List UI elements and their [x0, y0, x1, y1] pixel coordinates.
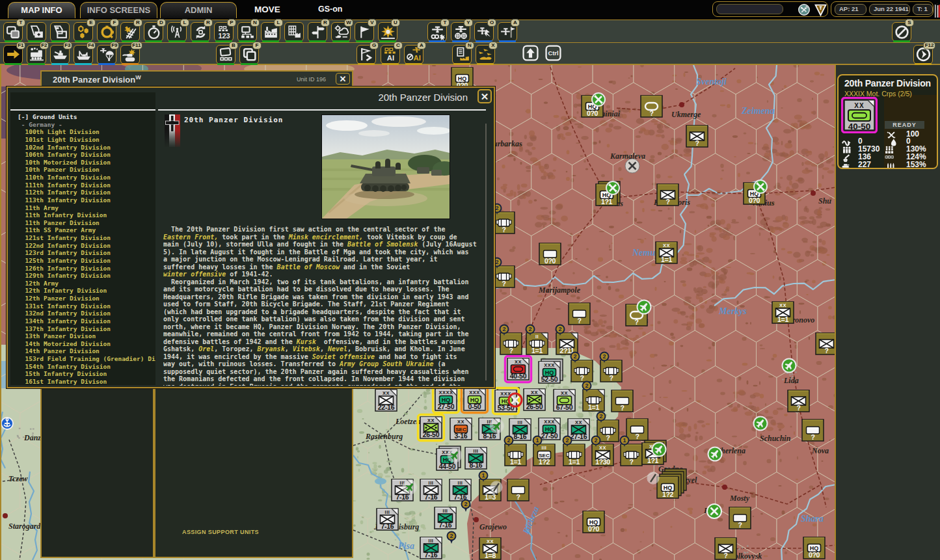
map-unit-counter[interactable]: XXXHQ44-50 — [436, 446, 462, 470]
unit-list-item[interactable]: 13th Panzer Divison — [18, 332, 155, 340]
toolbar-button-planes-ground[interactable]: X — [476, 45, 495, 64]
map-unit-counter[interactable]: XXSEC3-16 — [450, 418, 472, 440]
toolbar-button-shift-key[interactable] — [522, 45, 542, 64]
dialog-close-button[interactable]: ✕ — [477, 89, 492, 103]
toolbar-button-fort-ring[interactable]: F — [97, 22, 116, 42]
map-unit-counter[interactable]: XXXHQ52-50 — [539, 359, 563, 383]
toolbar-button-weather[interactable]: W — [331, 22, 351, 42]
unit-list-item[interactable]: 111th Infantry Division — [18, 181, 155, 189]
unit-list-item[interactable]: 137th Infantry Division — [18, 325, 155, 333]
unit-list-item[interactable]: 10th Panzer Division — [18, 166, 155, 174]
unit-list-item[interactable]: 153rd Field Training (Grenadier) Di — [18, 355, 155, 363]
map-unit-counter[interactable]: ? — [788, 390, 809, 412]
tab-admin[interactable]: ADMIN — [160, 2, 237, 18]
unit-list-item[interactable]: 110th Infantry Division — [18, 174, 155, 181]
toolbar-button-rail-damage[interactable]: R — [120, 22, 140, 42]
ground-units-list[interactable]: [-] Ground Units - Germany - 100th Light… — [18, 113, 155, 386]
toolbar-button-close-window[interactable] — [50, 22, 70, 42]
toolbar-button-air-superiority[interactable]: A — [498, 22, 517, 42]
tab-info-screens[interactable]: INFO SCREENS — [80, 2, 157, 18]
unit-list-item[interactable]: 102nd Infantry Division — [18, 144, 155, 152]
toolbar-button-factory[interactable]: L — [261, 22, 280, 42]
toolbar-button-cargo-ship[interactable]: F4 — [74, 45, 93, 64]
toolbar-button-no-commit[interactable]: S — [892, 22, 911, 42]
unit-list-item[interactable]: 10th Motorized Division — [18, 159, 155, 167]
unit-list-item[interactable]: 106th Infantry Division — [18, 151, 155, 159]
unit-list-item[interactable]: 12th Army — [18, 280, 155, 287]
unit-list-item[interactable]: 131st Infantry Division — [18, 302, 155, 310]
map-unit-counter[interactable]: ? — [611, 390, 633, 412]
toolbar-button-counter-boxes[interactable]: B — [216, 45, 235, 64]
unit-list-item[interactable]: 123rd Infantry Division — [18, 249, 155, 257]
map-unit-counter[interactable]: III7-16 — [420, 479, 442, 501]
toolbar-button-new-window[interactable] — [27, 22, 46, 42]
toolbar-button-air-ai[interactable]: AIA — [404, 45, 423, 64]
map-unit-counter[interactable]: III8-16 — [479, 418, 504, 440]
map-unit-counter[interactable]: ? — [507, 479, 529, 501]
unit-list-item[interactable]: 129th Infantry Division — [18, 272, 155, 280]
tab-map-info[interactable]: MAP INFO — [8, 2, 75, 18]
unit-list-item[interactable]: 101st Light Division — [18, 136, 155, 144]
map-unit-counter[interactable]: III8-16 — [465, 447, 487, 469]
map-unit-counter[interactable]: XX22-16 — [375, 390, 397, 411]
search-input[interactable] — [716, 4, 783, 14]
map-unit-counter[interactable]: ? — [626, 419, 648, 440]
toolbar-button-refresh[interactable]: R — [191, 22, 210, 42]
map-unit-counter[interactable]: XX40-50 — [505, 356, 531, 382]
unit-list-item[interactable]: 126th Infantry Division — [18, 265, 155, 273]
unit-list-item[interactable]: 112th Infantry Division — [18, 189, 155, 196]
toolbar-button-units-ai[interactable]: AIC — [381, 45, 400, 64]
map-unit-counter[interactable]: XX1=1 — [656, 242, 677, 263]
unit-list-item[interactable]: 14th Motorized Division — [18, 340, 155, 348]
assign-support-units-button[interactable]: ASSIGN SUPPORT UNITS — [182, 529, 259, 535]
toolbar-button-air-recon[interactable]: Y — [451, 22, 470, 42]
toolbar-button-end-turn[interactable]: F12 — [913, 45, 933, 64]
toolbar-button-air-intercept[interactable]: O — [474, 22, 494, 42]
toolbar-button-org-chart[interactable]: N — [237, 22, 257, 42]
unit-list-item[interactable]: 132nd Infantry Division — [18, 310, 155, 317]
map-unit-counter[interactable]: III7-16 — [392, 479, 417, 501]
map-unit-counter[interactable]: ? — [729, 507, 751, 529]
unit-detail-close-button[interactable]: ✕ — [336, 73, 350, 85]
toolbar-button-hex-info[interactable]: E — [74, 22, 93, 42]
map-unit-counter[interactable]: XX1?1 — [642, 440, 666, 464]
map-unit-counter[interactable]: XX1=1 — [772, 302, 794, 323]
unit-list-item[interactable]: 15th Infantry Division — [18, 370, 155, 378]
toolbar-button-stack-layers[interactable]: F — [239, 45, 259, 64]
map-unit-counter[interactable]: ? — [657, 184, 678, 206]
toolbar-button-air-strike[interactable]: T — [427, 22, 447, 42]
map-unit-counter[interactable]: ? — [816, 333, 836, 354]
toolbar-button-city-grid[interactable] — [284, 22, 304, 42]
map-unit-counter[interactable]: HQ0?0 — [582, 93, 605, 117]
unit-list-item[interactable]: 134th Infantry Division — [18, 317, 155, 325]
map-unit-counter[interactable]: ? — [802, 420, 824, 441]
map-unit-counter[interactable]: XX67-50 — [554, 390, 575, 411]
unit-list-item[interactable]: 121st Infantry Division — [18, 234, 155, 242]
map-unit-counter[interactable]: III7-16 — [450, 479, 471, 501]
toolbar-button-jump-map[interactable]: T — [3, 22, 23, 42]
unit-list-item[interactable]: 12th Infantry Division — [18, 287, 155, 295]
unit-list-item[interactable]: 11th SS Panzer Army — [18, 226, 155, 234]
unit-list-item[interactable]: 14th Panzer Division — [18, 347, 155, 355]
map-unit-counter[interactable]: III7-16 — [377, 509, 398, 530]
map-unit-counter[interactable]: XXXXHQ27-50 — [433, 387, 459, 413]
map-unit-counter[interactable]: ? — [686, 126, 708, 147]
toolbar-button-move-arrow[interactable]: F1 — [3, 45, 23, 64]
toolbar-button-victory-flag[interactable]: V — [355, 22, 374, 42]
unit-list-item[interactable]: 11th Army — [18, 204, 155, 212]
toolbar-button-ctrl-key[interactable]: Ctrl — [545, 45, 565, 64]
toolbar-button-radio-tower[interactable]: L — [167, 22, 187, 42]
map-unit-counter[interactable]: 0?0 — [539, 243, 561, 265]
map-unit-counter[interactable]: ? — [641, 96, 662, 117]
toolbar-button-rail-move[interactable]: F2 — [27, 45, 46, 64]
toolbar-button-signpost[interactable]: R — [308, 22, 327, 42]
map-unit-counter[interactable]: ? — [715, 538, 736, 559]
map-unit-counter[interactable]: XXXHQ27-50 — [539, 418, 560, 440]
unit-list-item[interactable]: 154th Infantry Division — [18, 363, 155, 371]
map-unit-counter[interactable]: HQ0?0 — [803, 537, 825, 559]
toolbar-button-clipboard-factory[interactable]: N — [452, 45, 472, 64]
map-unit-counter[interactable]: XX26-50 — [524, 389, 545, 410]
unit-list-item[interactable]: 100th Light Division — [18, 128, 155, 136]
unit-list-item[interactable]: 11th Infantry Division — [18, 211, 155, 219]
unit-list-item[interactable]: 113th Infantry Division — [18, 196, 155, 204]
